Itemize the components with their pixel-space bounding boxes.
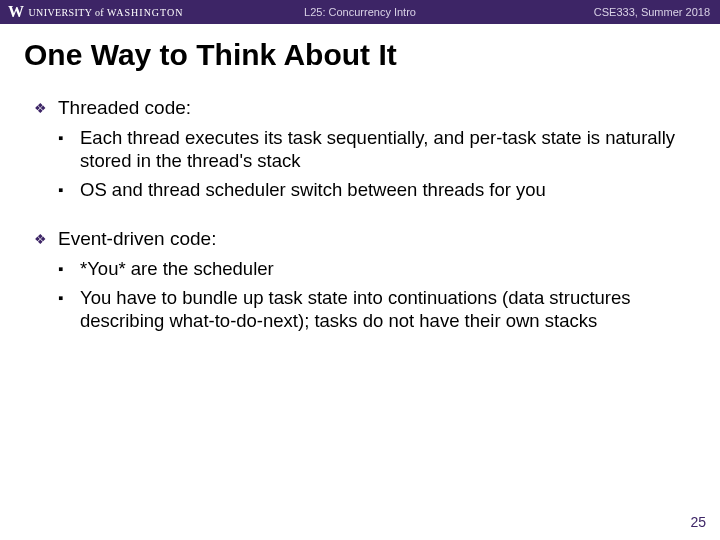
uw-logo: W UNIVERSITY of WASHINGTON [0,4,183,20]
section-heading: ❖ Event-driven code: [34,227,686,251]
slide: W UNIVERSITY of WASHINGTON L25: Concurre… [0,0,720,540]
slide-title: One Way to Think About It [0,24,720,82]
slide-content: ❖ Threaded code: ▪ Each thread executes … [0,96,720,332]
list-item: ▪ OS and thread scheduler switch between… [58,178,686,201]
logo-text: UNIVERSITY of WASHINGTON [28,7,183,18]
list-item: ▪ You have to bundle up task state into … [58,286,686,332]
list-item-text: Each thread executes its task sequential… [80,126,686,172]
section-heading: ❖ Threaded code: [34,96,686,120]
square-bullet-icon: ▪ [58,286,80,332]
section-heading-text: Event-driven code: [58,227,686,251]
header-bar: W UNIVERSITY of WASHINGTON L25: Concurre… [0,0,720,24]
logo-w-icon: W [8,4,24,20]
diamond-bullet-icon: ❖ [34,227,58,251]
list-item-text: OS and thread scheduler switch between t… [80,178,686,201]
square-bullet-icon: ▪ [58,126,80,172]
lecture-label: L25: Concurrency Intro [304,6,416,18]
course-label: CSE333, Summer 2018 [594,6,710,18]
list-item-text: You have to bundle up task state into co… [80,286,686,332]
list-item-text: *You* are the scheduler [80,257,686,280]
diamond-bullet-icon: ❖ [34,96,58,120]
logo-university: UNIVERSITY of [28,7,104,18]
list-item: ▪ Each thread executes its task sequenti… [58,126,686,172]
section-heading-text: Threaded code: [58,96,686,120]
square-bullet-icon: ▪ [58,178,80,201]
square-bullet-icon: ▪ [58,257,80,280]
list-item: ▪ *You* are the scheduler [58,257,686,280]
logo-washington: WASHINGTON [107,7,183,18]
page-number: 25 [690,514,706,530]
